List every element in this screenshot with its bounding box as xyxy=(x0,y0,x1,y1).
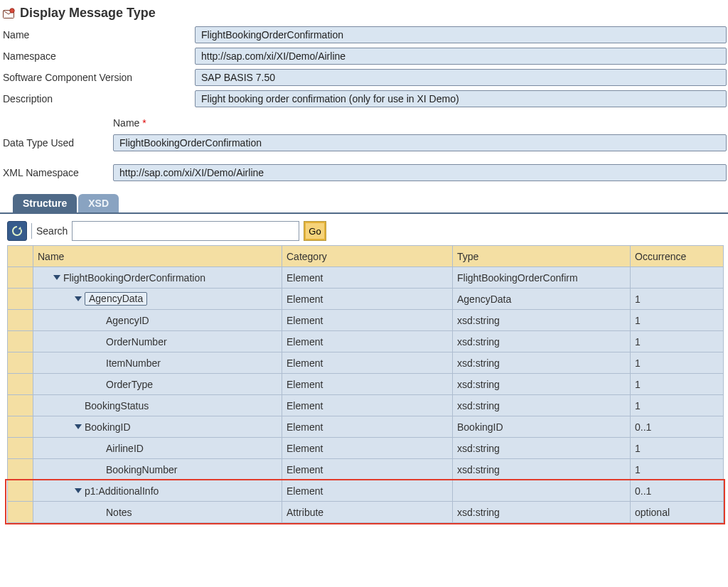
expand-toggle-icon[interactable] xyxy=(75,424,82,429)
row-handle[interactable] xyxy=(8,267,33,289)
field-name: FlightBookingOrderConfirmation xyxy=(195,26,727,43)
structure-table: Name Category Type Occurrence FlightBook… xyxy=(7,245,724,523)
cell-type: xsd:string xyxy=(453,395,631,416)
cell-category: Element xyxy=(282,480,453,502)
node-label[interactable]: ItemNumber xyxy=(106,357,161,369)
search-input[interactable] xyxy=(72,221,299,241)
row-handle[interactable] xyxy=(8,331,33,352)
cell-occurrence: optional xyxy=(631,502,724,523)
row-handle[interactable] xyxy=(8,310,33,331)
node-label[interactable]: AgencyData xyxy=(85,292,147,306)
refresh-button[interactable] xyxy=(7,221,27,241)
expand-toggle-icon[interactable] xyxy=(75,488,82,493)
tab-xsd[interactable]: XSD xyxy=(78,194,119,212)
cell-name[interactable]: OrderNumber xyxy=(33,331,282,352)
table-row[interactable]: p1:AdditionalInfoElement0..1 xyxy=(8,480,724,502)
cell-type: xsd:string xyxy=(453,459,631,480)
cell-name[interactable]: Notes xyxy=(33,502,282,523)
cell-type: xsd:string xyxy=(453,331,631,352)
cell-occurrence: 1 xyxy=(631,438,724,459)
table-row[interactable]: AgencyDataElementAgencyData1 xyxy=(8,289,724,310)
col-type[interactable]: Type xyxy=(453,246,631,267)
cell-name[interactable]: ItemNumber xyxy=(33,352,282,374)
cell-category: Element xyxy=(282,267,453,289)
cell-occurrence: 0..1 xyxy=(631,416,724,438)
cell-category: Element xyxy=(282,331,453,352)
table-row[interactable]: AgencyIDElementxsd:string1 xyxy=(8,310,724,331)
cell-category: Element xyxy=(282,459,453,480)
cell-name[interactable]: FlightBookingOrderConfirmation xyxy=(33,267,282,289)
go-button[interactable]: Go xyxy=(304,221,326,241)
label-name: Name xyxy=(3,29,195,41)
row-handle[interactable] xyxy=(8,480,33,502)
row-handle[interactable] xyxy=(8,416,33,438)
node-label[interactable]: AgencyID xyxy=(106,315,149,326)
cell-category: Element xyxy=(282,438,453,459)
table-row[interactable]: ItemNumberElementxsd:string1 xyxy=(8,352,724,374)
cell-type: xsd:string xyxy=(453,374,631,395)
node-label[interactable]: OrderNumber xyxy=(106,336,167,348)
row-handle[interactable] xyxy=(8,289,33,310)
node-label[interactable]: Notes xyxy=(106,507,132,518)
row-handle[interactable] xyxy=(8,374,33,395)
label-xml-namespace: XML Namespace xyxy=(3,167,113,178)
cell-name[interactable]: OrderType xyxy=(33,374,282,395)
col-category[interactable]: Category xyxy=(282,246,453,267)
cell-name[interactable]: BookingID xyxy=(33,416,282,438)
label-scv: Software Component Version xyxy=(3,72,195,83)
search-label: Search xyxy=(36,225,68,237)
cell-name[interactable]: AgencyID xyxy=(33,310,282,331)
tab-structure[interactable]: Structure xyxy=(13,194,77,212)
label-sub-name: Name * xyxy=(113,117,727,129)
row-handle[interactable] xyxy=(8,438,33,459)
node-label[interactable]: BookingNumber xyxy=(106,464,177,475)
cell-name[interactable]: BookingStatus xyxy=(33,395,282,416)
field-scv: SAP BASIS 7.50 xyxy=(195,69,727,86)
col-name[interactable]: Name xyxy=(33,246,282,267)
cell-name[interactable]: AirlineID xyxy=(33,438,282,459)
cell-occurrence: 1 xyxy=(631,395,724,416)
cell-category: Element xyxy=(282,416,453,438)
table-row[interactable]: OrderNumberElementxsd:string1 xyxy=(8,331,724,352)
cell-type: xsd:string xyxy=(453,352,631,374)
label-namespace: Namespace xyxy=(3,50,195,62)
expand-toggle-icon[interactable] xyxy=(75,296,82,301)
cell-type: BookingID xyxy=(453,416,631,438)
field-namespace: http://sap.com/xi/XI/Demo/Airline xyxy=(195,48,727,65)
expand-toggle-icon[interactable] xyxy=(53,275,60,280)
node-label[interactable]: p1:AdditionalInfo xyxy=(85,485,159,497)
node-label[interactable]: BookingID xyxy=(85,421,131,433)
cell-name[interactable]: p1:AdditionalInfo xyxy=(33,480,282,502)
required-mark: * xyxy=(142,117,146,129)
node-label[interactable]: BookingStatus xyxy=(85,400,149,411)
cell-name[interactable]: BookingNumber xyxy=(33,459,282,480)
cell-occurrence: 0..1 xyxy=(631,480,724,502)
cell-type: FlightBookingOrderConfirm xyxy=(453,267,631,289)
cell-name[interactable]: AgencyData xyxy=(33,289,282,310)
node-label[interactable]: OrderType xyxy=(106,379,153,390)
cell-type: AgencyData xyxy=(453,289,631,310)
table-row[interactable]: BookingIDElementBookingID0..1 xyxy=(8,416,724,438)
cell-category: Element xyxy=(282,352,453,374)
cell-type: xsd:string xyxy=(453,502,631,523)
row-handle[interactable] xyxy=(8,395,33,416)
table-row[interactable]: OrderTypeElementxsd:string1 xyxy=(8,374,724,395)
table-row[interactable]: FlightBookingOrderConfirmationElementFli… xyxy=(8,267,724,289)
toolbar-separator xyxy=(31,223,32,239)
message-type-icon xyxy=(3,8,16,19)
row-handle[interactable] xyxy=(8,459,33,480)
cell-category: Element xyxy=(282,289,453,310)
node-label[interactable]: FlightBookingOrderConfirmation xyxy=(63,272,205,284)
row-handle[interactable] xyxy=(8,502,33,523)
col-handle xyxy=(8,246,33,267)
table-row[interactable]: AirlineIDElementxsd:string1 xyxy=(8,438,724,459)
table-row[interactable]: BookingStatusElementxsd:string1 xyxy=(8,395,724,416)
cell-occurrence: 1 xyxy=(631,310,724,331)
node-label[interactable]: AirlineID xyxy=(106,443,144,454)
cell-occurrence: 1 xyxy=(631,459,724,480)
table-row[interactable]: BookingNumberElementxsd:string1 xyxy=(8,459,724,480)
table-row[interactable]: NotesAttributexsd:stringoptional xyxy=(8,502,724,523)
row-handle[interactable] xyxy=(8,352,33,374)
col-occurrence[interactable]: Occurrence xyxy=(631,246,724,267)
label-description: Description xyxy=(3,93,195,104)
